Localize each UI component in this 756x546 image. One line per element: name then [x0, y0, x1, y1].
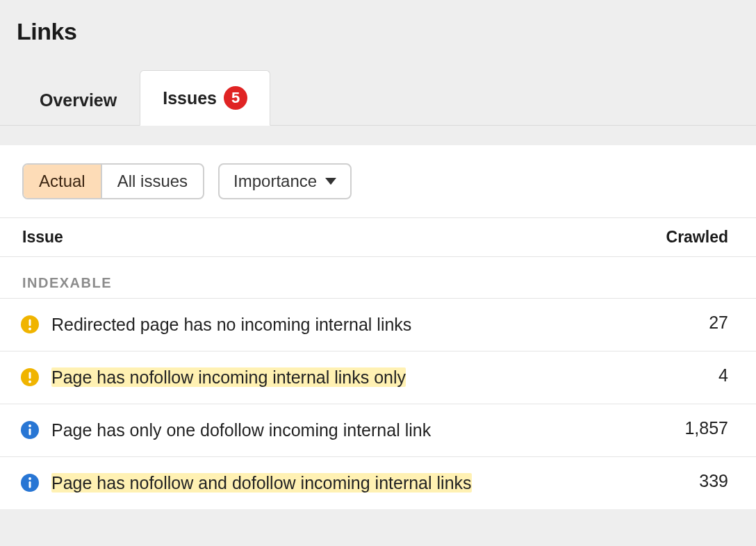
crawled-value: 339 — [659, 471, 728, 491]
svg-point-10 — [28, 477, 31, 480]
table-header: Issue Crawled — [0, 217, 756, 257]
page-title: Links — [0, 0, 756, 45]
row-left: Page has nofollow and dofollow incoming … — [21, 471, 659, 495]
section-heading-indexable: INDEXABLE — [0, 257, 756, 298]
tab-overview-label: Overview — [40, 90, 117, 110]
issue-text: Page has only one dofollow incoming inte… — [51, 418, 431, 442]
issues-list: Redirected page has no incoming internal… — [0, 298, 756, 509]
svg-rect-1 — [28, 319, 31, 326]
svg-point-5 — [28, 381, 31, 383]
table-row[interactable]: Page has nofollow incoming internal link… — [0, 351, 756, 404]
svg-rect-11 — [28, 481, 31, 488]
scope-all-issues-button[interactable]: All issues — [101, 165, 203, 198]
issue-text: Redirected page has no incoming internal… — [51, 313, 411, 337]
issue-text: Page has nofollow and dofollow incoming … — [51, 471, 472, 495]
info-icon — [21, 474, 39, 492]
issues-panel: Actual All issues Importance Issue Crawl… — [0, 145, 756, 509]
info-icon — [21, 421, 39, 439]
warning-icon — [21, 368, 39, 386]
tabs: Overview Issues 5 — [0, 70, 756, 126]
issue-text: Page has nofollow incoming internal link… — [51, 365, 406, 390]
crawled-value: 4 — [659, 365, 728, 386]
svg-rect-4 — [28, 372, 31, 379]
row-left: Page has nofollow incoming internal link… — [21, 365, 659, 390]
crawled-value: 1,857 — [659, 418, 728, 438]
issues-scope-toggle: Actual All issues — [22, 163, 204, 199]
sort-importance-label: Importance — [233, 172, 317, 191]
filter-bar: Actual All issues Importance — [0, 145, 756, 217]
row-left: Redirected page has no incoming internal… — [21, 313, 659, 337]
svg-point-2 — [28, 328, 31, 331]
sort-importance-dropdown[interactable]: Importance — [218, 163, 352, 199]
issues-count-badge: 5 — [224, 86, 247, 110]
svg-point-7 — [28, 424, 31, 427]
table-row[interactable]: Page has nofollow and dofollow incoming … — [0, 456, 756, 509]
col-crawled-header: Crawled — [666, 228, 728, 247]
col-issue-header: Issue — [22, 228, 63, 247]
row-left: Page has only one dofollow incoming inte… — [21, 418, 659, 442]
warning-icon — [21, 315, 39, 333]
tab-issues[interactable]: Issues 5 — [140, 70, 270, 126]
table-row[interactable]: Redirected page has no incoming internal… — [0, 298, 756, 351]
scope-actual-button[interactable]: Actual — [24, 165, 101, 198]
caret-down-icon — [325, 178, 336, 185]
tab-overview[interactable]: Overview — [17, 74, 140, 126]
svg-rect-8 — [28, 429, 31, 436]
tab-issues-label: Issues — [163, 88, 217, 108]
crawled-value: 27 — [659, 313, 728, 333]
table-row[interactable]: Page has only one dofollow incoming inte… — [0, 404, 756, 456]
